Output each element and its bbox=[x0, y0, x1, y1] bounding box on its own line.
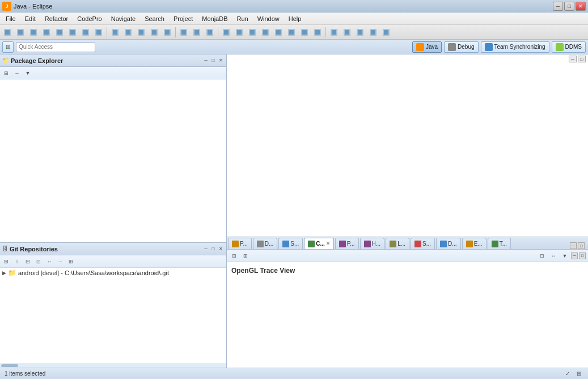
editor-max-button[interactable]: □ bbox=[578, 56, 586, 62]
bottom-tab-4[interactable]: P... bbox=[335, 238, 359, 249]
toolbar-button-9[interactable] bbox=[109, 26, 121, 39]
restore-button[interactable]: □ bbox=[564, 2, 574, 11]
pkg-close-button[interactable]: ✕ bbox=[217, 57, 224, 64]
git-add-button[interactable]: ⊞ bbox=[1, 256, 11, 267]
minimize-button[interactable]: ─ bbox=[553, 2, 563, 11]
svg-rect-51 bbox=[345, 30, 349, 35]
toolbar-button-0[interactable] bbox=[1, 26, 14, 39]
quick-access-input[interactable] bbox=[16, 42, 95, 52]
git-create-button[interactable]: ⊟ bbox=[23, 256, 33, 267]
toolbar-button-3[interactable] bbox=[40, 26, 53, 39]
menu-item-run[interactable]: Run bbox=[232, 14, 252, 23]
toolbar-separator bbox=[325, 27, 326, 37]
perspective-grid-button[interactable]: ⊞ bbox=[2, 41, 14, 53]
bottom-tab-6[interactable]: L... bbox=[386, 238, 409, 249]
toolbar-button-5[interactable] bbox=[66, 26, 79, 39]
status-icon-1[interactable]: ✓ bbox=[563, 369, 572, 378]
toolbar-button-16[interactable] bbox=[191, 26, 203, 39]
pkg-link-button[interactable]: ↔ bbox=[12, 68, 22, 78]
git-scrollbar-h[interactable] bbox=[0, 363, 226, 368]
menu-item-refactor[interactable]: Refactor bbox=[40, 14, 73, 23]
toolbar-button-31[interactable] bbox=[367, 26, 379, 39]
perspective-button-java[interactable]: Java bbox=[412, 41, 442, 53]
toolbar-separator bbox=[218, 27, 218, 37]
pkg-min-button[interactable]: ─ bbox=[202, 57, 209, 64]
editor-min-button[interactable]: ─ bbox=[569, 56, 577, 62]
toolbar-button-10[interactable] bbox=[122, 26, 134, 39]
bottom-tab-5[interactable]: H... bbox=[360, 238, 385, 249]
bt-btn-3[interactable]: ⊡ bbox=[537, 251, 547, 261]
toolbar-button-30[interactable] bbox=[354, 26, 366, 39]
pkg-max-button[interactable]: □ bbox=[210, 57, 217, 64]
svg-rect-27 bbox=[181, 30, 186, 35]
bottom-tab-7[interactable]: S... bbox=[411, 238, 435, 249]
toolbar-button-2[interactable] bbox=[27, 26, 40, 39]
bottom-tab-8[interactable]: D... bbox=[436, 238, 461, 249]
bt-btn-5[interactable]: ▼ bbox=[560, 251, 570, 261]
menu-item-project[interactable]: Project bbox=[169, 14, 197, 23]
toolbar-button-13[interactable] bbox=[161, 26, 174, 39]
toolbar-button-23[interactable] bbox=[272, 26, 285, 39]
git-fetch-button[interactable]: ↔ bbox=[44, 256, 54, 267]
bt-btn-1[interactable]: ⊟ bbox=[229, 251, 239, 261]
git-min-button[interactable]: ─ bbox=[202, 246, 209, 252]
git-menu-button[interactable]: ⊞ bbox=[66, 256, 76, 267]
menu-item-edit[interactable]: Edit bbox=[20, 14, 40, 23]
bottom-max-button[interactable]: □ bbox=[579, 252, 586, 259]
git-import-button[interactable]: ⊡ bbox=[33, 256, 44, 267]
toolbar-button-4[interactable] bbox=[53, 26, 66, 39]
toolbar-button-17[interactable] bbox=[204, 26, 216, 39]
package-explorer-content bbox=[0, 79, 226, 242]
bottom-tab-9[interactable]: E... bbox=[462, 238, 487, 249]
toolbar-button-24[interactable] bbox=[285, 26, 298, 39]
git-repo-item[interactable]: ▶ 📁 android [devel] - C:\Users\Sasa\work… bbox=[0, 268, 226, 278]
git-close-button[interactable]: ✕ bbox=[217, 246, 224, 252]
package-explorer-title: Package Explorer bbox=[11, 57, 202, 64]
toolbar-button-26[interactable] bbox=[311, 26, 324, 39]
git-repositories-title: Git Repositories bbox=[10, 246, 202, 252]
menu-item-help[interactable]: Help bbox=[284, 14, 306, 23]
menu-item-monjadb[interactable]: MonjaDB bbox=[197, 14, 232, 23]
git-push-button[interactable]: → bbox=[55, 256, 65, 267]
toolbar-button-12[interactable] bbox=[148, 26, 160, 39]
toolbar-button-11[interactable] bbox=[135, 26, 147, 39]
toolbar-button-20[interactable] bbox=[233, 26, 246, 39]
bottom-tab-2[interactable]: S... bbox=[278, 238, 303, 249]
bottom-tabbar-min[interactable]: ─ bbox=[570, 242, 577, 249]
perspective-button-debug[interactable]: Debug bbox=[444, 41, 478, 53]
tab-close-icon[interactable]: ✕ bbox=[326, 241, 330, 246]
menu-item-window[interactable]: Window bbox=[253, 14, 284, 23]
toolbar-button-19[interactable] bbox=[220, 26, 232, 39]
toolbar-button-32[interactable] bbox=[380, 26, 392, 39]
menu-item-codepro[interactable]: CodePro bbox=[73, 14, 106, 23]
git-clone-button[interactable]: ↕ bbox=[12, 256, 22, 267]
bottom-tab-10[interactable]: T... bbox=[488, 238, 511, 249]
bt-btn-4[interactable]: ↔ bbox=[548, 251, 559, 261]
toolbar-button-22[interactable] bbox=[259, 26, 272, 39]
toolbar-button-21[interactable] bbox=[246, 26, 259, 39]
toolbar-button-25[interactable] bbox=[298, 26, 311, 39]
menu-item-navigate[interactable]: Navigate bbox=[107, 14, 140, 23]
perspective-button-ddms[interactable]: DDMS bbox=[552, 41, 586, 53]
toolbar-button-7[interactable] bbox=[92, 26, 105, 39]
menu-item-search[interactable]: Search bbox=[140, 14, 169, 23]
bt-btn-2[interactable]: ⊞ bbox=[240, 251, 251, 261]
toolbar-button-29[interactable] bbox=[341, 26, 353, 39]
bottom-tab-1[interactable]: D... bbox=[253, 238, 278, 249]
bottom-tab-0[interactable]: P... bbox=[228, 238, 252, 249]
perspective-button-team synchronizing[interactable]: Team Synchronizing bbox=[481, 41, 549, 53]
toolbar-button-28[interactable] bbox=[328, 26, 340, 39]
toolbar-button-15[interactable] bbox=[177, 26, 190, 39]
toolbar-button-6[interactable] bbox=[79, 26, 92, 39]
bottom-min-button[interactable]: ─ bbox=[571, 252, 578, 259]
git-repositories-header: 🗄 Git Repositories ─ □ ✕ bbox=[0, 243, 226, 255]
status-icon-2[interactable]: ⊞ bbox=[574, 369, 583, 378]
pkg-collapse-button[interactable]: ⊞ bbox=[1, 68, 11, 78]
toolbar-button-1[interactable] bbox=[14, 26, 27, 39]
pkg-menu-button[interactable]: ▼ bbox=[23, 68, 33, 78]
bottom-tabbar-max[interactable]: □ bbox=[578, 242, 585, 249]
git-max-button[interactable]: □ bbox=[210, 246, 217, 252]
bottom-tab-3[interactable]: C...✕ bbox=[304, 238, 334, 249]
menu-item-file[interactable]: File bbox=[1, 14, 20, 23]
close-button[interactable]: ✕ bbox=[576, 2, 586, 11]
